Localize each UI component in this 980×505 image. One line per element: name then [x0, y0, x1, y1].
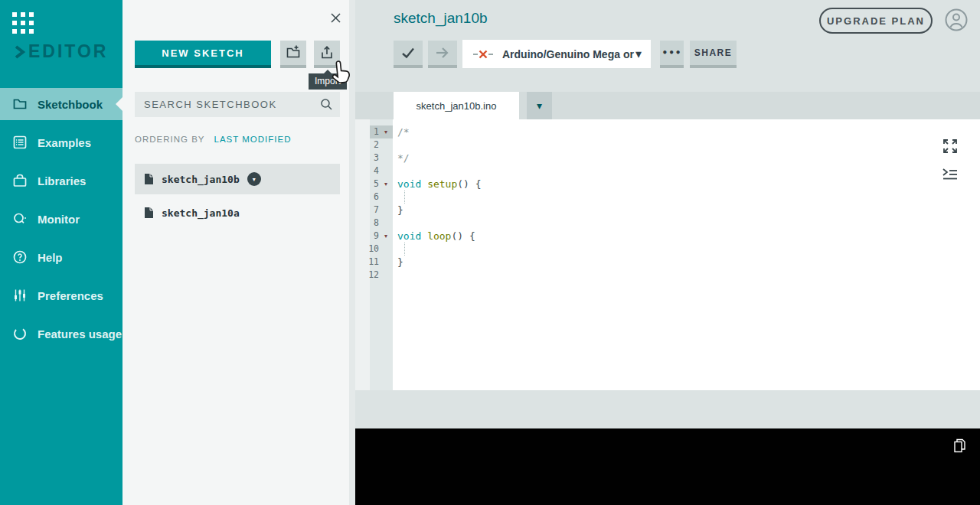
- sketch-name: sketch_jan10a: [162, 207, 240, 219]
- copy-output-button[interactable]: [952, 438, 967, 453]
- sidebar-item-sketchbook[interactable]: Sketchbook: [0, 88, 122, 120]
- code-lines: 1▾ /* 2 3 */ 4 5▾ void setup() {: [355, 125, 980, 282]
- chevron-right-icon: [13, 44, 26, 60]
- sketch-row-jan10a[interactable]: sketch_jan10a: [135, 197, 340, 228]
- upgrade-plan-button[interactable]: UPGRADE PLAN: [819, 8, 933, 34]
- fold-caret-icon[interactable]: ▾: [379, 125, 393, 138]
- page-title: sketch_jan10b: [394, 10, 488, 27]
- verify-button[interactable]: [394, 41, 423, 68]
- sidebar-item-label: Preferences: [38, 289, 103, 302]
- share-button[interactable]: SHARE: [690, 41, 737, 68]
- sketch-row-jan10b[interactable]: sketch_jan10b ▾: [135, 164, 340, 194]
- ellipsis-icon: •••: [662, 47, 682, 58]
- arduino-web-editor: EDITOR Sketchbook Ex: [0, 0, 980, 505]
- arrow-right-icon: [434, 46, 451, 60]
- sidebar-item-label: Monitor: [38, 213, 80, 226]
- sidebar-item-monitor[interactable]: Monitor: [0, 203, 122, 235]
- sidebar-item-label: Features usage: [38, 327, 122, 340]
- copy-icon: [952, 438, 967, 453]
- code-editor[interactable]: 1▾ /* 2 3 */ 4 5▾ void setup() {: [355, 119, 980, 390]
- board-selector[interactable]: Arduino/Genuino Mega or ... ▾: [462, 40, 651, 68]
- code-line: 10: [355, 243, 980, 256]
- code-line: 4: [355, 165, 980, 178]
- code-line: 2: [355, 138, 980, 152]
- user-icon: [945, 8, 968, 31]
- briefcase-icon: [12, 173, 28, 188]
- fold-caret-icon[interactable]: ▾: [379, 230, 393, 243]
- sidebar-item-label: Libraries: [38, 174, 86, 187]
- list-card-icon: [12, 135, 28, 150]
- code-line: 8: [355, 217, 980, 230]
- console-log-icon: [942, 168, 958, 181]
- ordering-value-link[interactable]: LAST MODIFIED: [214, 135, 292, 144]
- editor-logo: EDITOR: [13, 41, 108, 62]
- folder-icon: [12, 96, 28, 112]
- apps-grid-icon[interactable]: [12, 12, 34, 34]
- code-line: 7 }: [355, 204, 980, 217]
- tab-menu-button[interactable]: ▾: [527, 92, 552, 119]
- sidebar-nav: Sketchbook Examples: [0, 88, 122, 356]
- tab-sketch-ino[interactable]: sketch_jan10b.ino: [394, 92, 519, 119]
- code-line: 9▾ void loop() {: [355, 230, 980, 243]
- logo-text: EDITOR: [28, 41, 108, 62]
- sketch-options-button[interactable]: ▾: [247, 172, 261, 186]
- sketch-name: sketch_jan10b: [162, 174, 240, 185]
- tab-bar: sketch_jan10b.ino ▾: [355, 92, 980, 119]
- new-folder-button[interactable]: [280, 41, 306, 68]
- board-disconnected-icon: [473, 49, 493, 60]
- chevron-down-icon: ▾: [537, 99, 542, 112]
- sketchbook-panel: NEW SKETCH Import: [122, 0, 355, 505]
- code-line: 5▾ void setup() {: [355, 178, 980, 191]
- board-selector-label: Arduino/Genuino Mega or ...: [502, 48, 635, 60]
- new-folder-icon: [286, 45, 301, 60]
- console-output[interactable]: [355, 428, 980, 505]
- code-line: 11 }: [355, 256, 980, 269]
- magnifier-icon: [12, 211, 28, 226]
- chevron-down-icon: ▾: [635, 47, 642, 61]
- search-icon: [320, 98, 333, 111]
- sidebar-item-features-usage[interactable]: Features usage: [0, 318, 122, 350]
- sidebar-item-preferences[interactable]: Preferences: [0, 279, 122, 311]
- question-circle-icon: [12, 249, 28, 265]
- upload-button[interactable]: [428, 41, 457, 68]
- ordering-row: ORDERING BY LAST MODIFIED: [135, 135, 291, 144]
- sidebar: EDITOR Sketchbook Ex: [0, 0, 122, 505]
- user-avatar[interactable]: [945, 8, 968, 31]
- fullscreen-icon: [942, 138, 958, 154]
- ordering-label: ORDERING BY: [135, 135, 204, 144]
- search-box: [135, 92, 340, 117]
- usage-arc-icon: [12, 326, 28, 341]
- code-line: 12: [355, 269, 980, 282]
- sidebar-item-help[interactable]: Help: [0, 241, 122, 273]
- code-line: 1▾ /*: [355, 125, 980, 138]
- code-line: 6: [355, 191, 980, 204]
- close-icon: [330, 12, 341, 24]
- sidebar-item-label: Sketchbook: [38, 98, 103, 111]
- import-upload-icon: [319, 45, 335, 60]
- close-panel-button[interactable]: [330, 12, 341, 24]
- indent-guide: [404, 243, 405, 256]
- checkmark-icon: [400, 46, 416, 60]
- sidebar-item-libraries[interactable]: Libraries: [0, 165, 122, 197]
- sketch-file-icon: [144, 207, 154, 219]
- more-actions-button[interactable]: •••: [660, 41, 684, 68]
- sidebar-item-label: Examples: [38, 136, 91, 149]
- new-sketch-button[interactable]: NEW SKETCH: [135, 41, 271, 68]
- mouse-cursor-pointer-icon: [327, 58, 356, 88]
- fullscreen-button[interactable]: [942, 138, 958, 154]
- console-log-button[interactable]: [942, 168, 958, 181]
- search-input[interactable]: [135, 92, 340, 117]
- active-notch: [116, 97, 122, 111]
- indent-guide: [404, 191, 405, 204]
- fold-caret-icon[interactable]: ▾: [379, 178, 393, 191]
- sketch-file-icon: [144, 173, 154, 185]
- sidebar-item-examples[interactable]: Examples: [0, 126, 122, 158]
- chevron-down-icon: ▾: [253, 176, 256, 183]
- sidebar-item-label: Help: [38, 251, 63, 264]
- sliders-icon: [12, 288, 28, 303]
- main-area: sketch_jan10b Arduino/Genuino Mega or ..…: [355, 0, 980, 505]
- code-line: 3 */: [355, 152, 980, 165]
